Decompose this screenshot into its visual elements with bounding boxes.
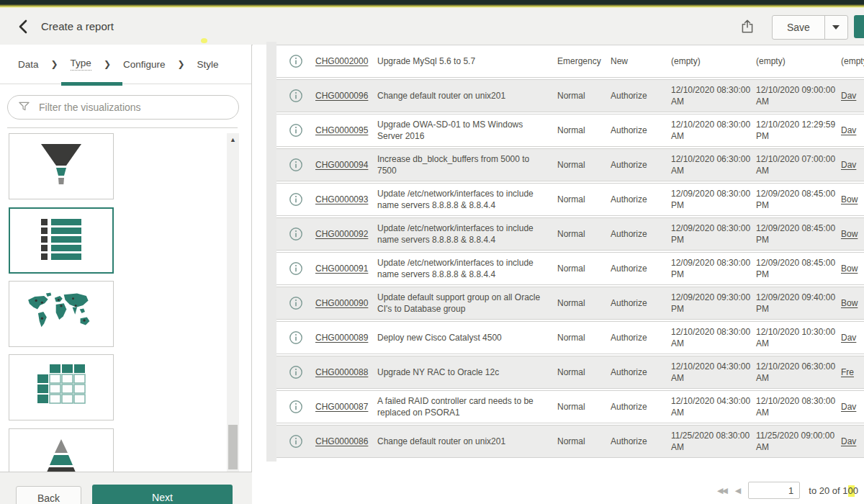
scrollbar-up-icon[interactable]: ▲ bbox=[227, 136, 239, 143]
state-value: Authorize bbox=[611, 228, 671, 240]
assigned-to-link[interactable]: Dav bbox=[841, 436, 864, 447]
start-date-value: 12/10/2020 04:30:00 AM bbox=[671, 395, 756, 418]
info-icon[interactable] bbox=[276, 400, 315, 414]
assigned-to-link[interactable]: Bow bbox=[841, 297, 864, 309]
info-icon[interactable] bbox=[276, 192, 315, 207]
assigned-to-link[interactable]: Bow bbox=[841, 263, 864, 274]
cursor-highlight-artifact bbox=[201, 38, 207, 43]
info-icon[interactable] bbox=[276, 123, 315, 138]
short-description: Upgrade OWA-SD-01 to MS Windows Server 2… bbox=[377, 119, 557, 142]
info-icon[interactable] bbox=[276, 296, 315, 310]
priority-value: Normal bbox=[557, 159, 611, 171]
assigned-to-link[interactable]: Bow bbox=[841, 228, 864, 240]
save-dropdown-button[interactable] bbox=[824, 16, 847, 39]
change-number-link[interactable]: CHG0000093 bbox=[315, 194, 377, 205]
save-button[interactable]: Save bbox=[773, 16, 824, 39]
filter-input[interactable] bbox=[37, 101, 231, 114]
priority-value: Normal bbox=[557, 436, 611, 447]
priority-value: Normal bbox=[557, 332, 611, 343]
page-title: Create a report bbox=[41, 20, 114, 32]
change-number-link[interactable]: CHG0000090 bbox=[315, 297, 377, 309]
previous-page-button[interactable]: ◀ bbox=[735, 486, 739, 495]
state-value: Authorize bbox=[611, 401, 671, 413]
short-description: Increase db_block_buffers from 5000 to 7… bbox=[377, 153, 557, 176]
short-description: A failed RAID controller card needs to b… bbox=[377, 395, 557, 418]
table-left-scrollbar[interactable] bbox=[266, 42, 276, 462]
end-date-value: 12/09/2020 08:45:00 PM bbox=[756, 188, 841, 211]
start-date-value: 12/09/2020 08:30:00 PM bbox=[671, 257, 756, 280]
end-date-value: 12/09/2020 08:45:00 PM bbox=[756, 257, 841, 280]
viz-funnel-thumbnail[interactable] bbox=[9, 133, 114, 199]
info-icon[interactable] bbox=[276, 330, 315, 345]
edge-accent-button-partial[interactable] bbox=[854, 15, 864, 38]
share-button[interactable] bbox=[736, 16, 759, 39]
step-type[interactable]: Type bbox=[71, 58, 91, 71]
end-date-value: 12/10/2020 08:30:00 AM bbox=[756, 395, 841, 418]
report-preview-area: CHG0002000Upgrade MySql 5.6 to 5.7Emerge… bbox=[253, 45, 864, 504]
priority-value: Normal bbox=[557, 125, 611, 136]
assigned-to-link[interactable]: Dav bbox=[841, 159, 864, 171]
viz-list-thumbnail[interactable] bbox=[9, 207, 114, 274]
change-number-link[interactable]: CHG0000087 bbox=[315, 401, 377, 413]
step-data[interactable]: Data bbox=[18, 59, 39, 70]
start-date-value: 12/09/2020 09:30:00 PM bbox=[671, 292, 756, 315]
change-number-link[interactable]: CHG0002000 bbox=[315, 55, 377, 67]
page-input[interactable] bbox=[748, 482, 800, 499]
scrollbar-thumb[interactable] bbox=[228, 425, 238, 469]
info-icon[interactable] bbox=[276, 227, 315, 241]
change-number-link[interactable]: CHG0000086 bbox=[315, 436, 377, 447]
change-number-link[interactable]: CHG0000089 bbox=[315, 332, 377, 343]
next-button[interactable]: Next bbox=[92, 485, 233, 504]
viz-list-scrollbar[interactable]: ▲ ▼ bbox=[227, 133, 239, 504]
state-value: Authorize bbox=[611, 159, 671, 171]
end-date-value: 12/10/2020 12:29:59 PM bbox=[756, 119, 841, 142]
active-step-indicator bbox=[61, 82, 122, 86]
change-number-link[interactable]: CHG0000095 bbox=[315, 125, 377, 136]
change-number-link[interactable]: CHG0000096 bbox=[315, 90, 377, 102]
assigned-to-link[interactable]: Bow bbox=[841, 194, 864, 205]
info-icon[interactable] bbox=[276, 365, 315, 379]
table-row: CHG0000089Deploy new Cisco Catalyst 4500… bbox=[276, 321, 864, 354]
list-chart-icon bbox=[22, 214, 101, 267]
assigned-to-link[interactable]: Dav bbox=[841, 125, 864, 136]
table-row: CHG0000090Update default support group o… bbox=[276, 287, 864, 320]
short-description: Update /etc/network/interfaces to includ… bbox=[377, 188, 557, 211]
end-date-value: (empty) bbox=[756, 55, 841, 67]
info-icon[interactable] bbox=[276, 89, 315, 103]
table-row: CHG0000088Upgrade NY RAC to Oracle 12cNo… bbox=[276, 356, 864, 389]
assigned-to-link[interactable]: Dav bbox=[841, 90, 864, 102]
assigned-to-link[interactable]: Fre bbox=[841, 366, 864, 378]
start-date-value: 12/09/2020 08:30:00 PM bbox=[671, 188, 756, 211]
info-icon[interactable] bbox=[276, 158, 315, 172]
breadcrumb-chevron-icon: ❯ bbox=[51, 59, 58, 69]
start-date-value: 12/10/2020 08:30:00 AM bbox=[671, 326, 756, 349]
first-page-button[interactable]: ◀◀ bbox=[717, 486, 726, 495]
state-value: Authorize bbox=[611, 90, 671, 102]
step-configure[interactable]: Configure bbox=[123, 59, 166, 70]
change-number-link[interactable]: CHG0000094 bbox=[315, 159, 377, 171]
viz-heatmap-thumbnail[interactable] bbox=[9, 354, 114, 420]
filter-funnel-icon bbox=[18, 100, 30, 115]
info-icon[interactable] bbox=[276, 261, 315, 276]
viz-map-thumbnail[interactable] bbox=[9, 281, 114, 347]
change-number-link[interactable]: CHG0000091 bbox=[315, 263, 377, 274]
info-icon[interactable] bbox=[276, 54, 315, 68]
world-map-icon bbox=[22, 287, 101, 341]
assigned-to-link[interactable]: Dav bbox=[841, 401, 864, 413]
state-value: Authorize bbox=[611, 194, 671, 205]
end-date-value: 11/25/2020 09:00:00 AM bbox=[756, 430, 841, 453]
short-description: Change default router on unix201 bbox=[377, 436, 557, 447]
pagination-range-text: to 20 of 100 bbox=[809, 485, 858, 496]
change-number-link[interactable]: CHG0000092 bbox=[315, 228, 377, 240]
step-style[interactable]: Style bbox=[197, 59, 219, 70]
back-button[interactable]: Back bbox=[16, 486, 81, 504]
change-number-link[interactable]: CHG0000088 bbox=[315, 366, 377, 378]
panel-footer: Back Next bbox=[0, 472, 252, 504]
back-chevron-button[interactable] bbox=[13, 17, 33, 37]
table-row: CHG0002000Upgrade MySql 5.6 to 5.7Emerge… bbox=[276, 45, 864, 78]
short-description: Upgrade MySql 5.6 to 5.7 bbox=[377, 55, 557, 67]
end-date-value: 12/09/2020 08:45:00 PM bbox=[756, 222, 841, 246]
info-icon[interactable] bbox=[276, 434, 315, 449]
assigned-to-link[interactable]: Dav bbox=[841, 332, 864, 343]
wizard-breadcrumb: Data ❯ Type ❯ Configure ❯ Style bbox=[0, 45, 251, 84]
